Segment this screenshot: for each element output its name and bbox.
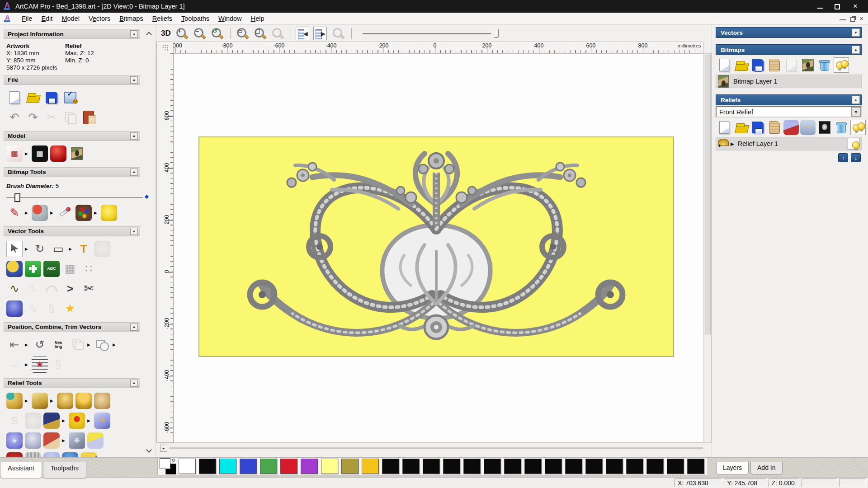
relief-layer-row[interactable]: + ▶ Relief Layer 1 (716, 137, 862, 150)
create-polyline-icon[interactable]: ∿ (6, 281, 23, 297)
create-dome-icon[interactable] (6, 300, 23, 317)
save-bitmap-layer-icon[interactable] (750, 57, 765, 73)
mdi-restore-button[interactable] (850, 17, 855, 22)
paint-brush-icon[interactable]: ✎ (6, 205, 23, 221)
maximize-button[interactable] (835, 4, 840, 9)
flyout-arrow-icon[interactable]: ▶ (94, 211, 99, 215)
nesting-icon[interactable]: Nes ting (50, 337, 66, 353)
spiral-icon[interactable]: § (50, 357, 66, 373)
open-bitmap-layer-icon[interactable] (733, 57, 749, 73)
palette-swatch-13[interactable] (443, 459, 460, 474)
palette-swatch-14[interactable] (463, 459, 481, 474)
palette-swatch-0[interactable] (179, 459, 196, 474)
relief-select-dropdown[interactable]: Front Relief ▼ (716, 106, 862, 117)
collapse-bitmaps-button[interactable]: ▲ (852, 46, 860, 54)
palette-swatch-17[interactable] (524, 459, 542, 474)
measure-icon[interactable] (94, 241, 110, 257)
star-wizard-icon[interactable]: ★ (62, 300, 78, 317)
bitmap-image-icon[interactable] (800, 57, 816, 73)
freehand-draw-icon[interactable]: ∿ (25, 281, 41, 297)
menu-reliefs[interactable]: Reliefs (148, 13, 177, 24)
zoom-slider-handle[interactable] (495, 29, 499, 38)
weld-vectors-icon[interactable] (94, 337, 110, 353)
relief-layer-visibility-button[interactable] (848, 138, 859, 150)
relief-tool-d-icon[interactable] (62, 452, 78, 457)
texture-relief-icon[interactable] (25, 432, 41, 449)
palette-swatch-5[interactable] (280, 459, 297, 474)
open-model-icon[interactable] (25, 89, 41, 106)
pane-splitter-button[interactable]: ▸ (160, 445, 167, 452)
flyout-arrow-icon[interactable]: ▶ (69, 247, 74, 251)
palette-swatch-24[interactable] (667, 459, 684, 474)
zoom-box-icon[interactable]: ▭ (235, 27, 249, 40)
palette-swatch-8[interactable] (341, 459, 359, 474)
slider-track[interactable] (6, 197, 143, 198)
set-model-size-icon[interactable]: ▦ (6, 145, 23, 162)
block-copy-icon[interactable]: ∷ (80, 261, 97, 277)
palette-icon[interactable] (75, 205, 92, 221)
relief-preview-icon[interactable]: • (800, 120, 816, 135)
delete-relief-layer-icon[interactable] (834, 120, 849, 135)
dropdown-arrow-icon[interactable]: ▼ (851, 107, 861, 117)
tab-assistant[interactable]: Assistant (0, 462, 42, 479)
collapse-button[interactable]: ▲ (130, 169, 138, 176)
expand-relief-layer-icon[interactable]: ▶ (731, 141, 734, 146)
menu-help[interactable]: Help (246, 13, 269, 24)
relief-tool-c-icon[interactable] (43, 452, 60, 457)
relief-artwork[interactable] (198, 136, 674, 357)
collapse-button[interactable]: ▲ (130, 380, 138, 387)
fillet-tool-icon[interactable]: ∿ (25, 300, 41, 317)
align-vectors-icon[interactable]: ⇤ (6, 337, 23, 353)
slider-handle[interactable] (14, 193, 20, 202)
menu-file[interactable]: File (17, 13, 37, 24)
zoom-slider[interactable] (363, 28, 503, 38)
canvas-vertical-scrollbar[interactable] (704, 53, 712, 443)
palette-swatch-21[interactable] (606, 459, 623, 474)
swap-colors-icon[interactable]: ⟲ (171, 458, 175, 463)
zoom-in-icon[interactable]: + (175, 27, 188, 40)
save-relief-layer-icon[interactable] (750, 120, 765, 135)
mushroom-relief-icon[interactable] (75, 393, 92, 409)
palette-swatch-1[interactable] (199, 459, 216, 474)
flyout-arrow-icon[interactable]: ▶ (25, 362, 30, 367)
smart-engrave-icon[interactable]: S (6, 413, 23, 429)
new-model-icon[interactable] (6, 89, 23, 106)
merge-relief-layers-icon[interactable] (767, 120, 782, 135)
cut-icon[interactable]: ✂ (43, 109, 60, 126)
palette-swatch-11[interactable] (402, 459, 420, 474)
palette-swatch-19[interactable] (565, 459, 582, 474)
palette-swatch-7[interactable] (321, 459, 338, 474)
collapse-button[interactable]: ▲ (130, 228, 138, 235)
menu-vectors[interactable]: Vectors (84, 13, 115, 24)
merge-bitmap-layers-icon[interactable] (767, 57, 782, 73)
flyout-arrow-icon[interactable]: ▶ (62, 418, 67, 423)
toggle-bitmap-view-icon[interactable]: ◀ (296, 27, 309, 40)
panel-scrollbar[interactable] (145, 25, 155, 457)
flyout-arrow-icon[interactable]: ▶ (25, 247, 30, 251)
flood-fill-icon[interactable] (32, 205, 48, 221)
palette-swatch-20[interactable] (585, 459, 603, 474)
blank-bitmap-icon[interactable] (783, 57, 799, 73)
iso-form-icon[interactable] (6, 393, 23, 409)
ruler-origin[interactable] (156, 42, 174, 53)
transform-vectors-icon[interactable]: ↻ (32, 241, 48, 257)
vector-distort-icon[interactable]: ★ (32, 357, 48, 373)
palette-swatch-2[interactable] (219, 459, 236, 474)
toggle-all-bitmap-visibility-icon[interactable] (834, 57, 849, 73)
palette-swatch-3[interactable] (240, 459, 257, 474)
primary-color-swatch[interactable] (160, 458, 170, 469)
preview-icon[interactable] (331, 27, 344, 40)
palette-swatch-10[interactable] (382, 459, 399, 474)
flyout-arrow-icon[interactable]: ▶ (25, 151, 30, 156)
palette-swatch-16[interactable] (504, 459, 521, 474)
copy-icon[interactable] (62, 109, 78, 126)
select-vectors-icon[interactable] (6, 241, 23, 257)
relief-layer-stack-icon[interactable] (783, 120, 799, 135)
collapse-button[interactable]: ▲ (130, 30, 138, 38)
flyout-arrow-icon[interactable]: ▶ (87, 418, 93, 423)
palette-swatch-25[interactable] (687, 459, 704, 474)
flyout-arrow-icon[interactable]: ▶ (113, 343, 118, 347)
minimize-button[interactable] (817, 3, 823, 9)
menu-model[interactable]: Model (57, 13, 84, 24)
add-plane-icon[interactable] (32, 393, 48, 409)
